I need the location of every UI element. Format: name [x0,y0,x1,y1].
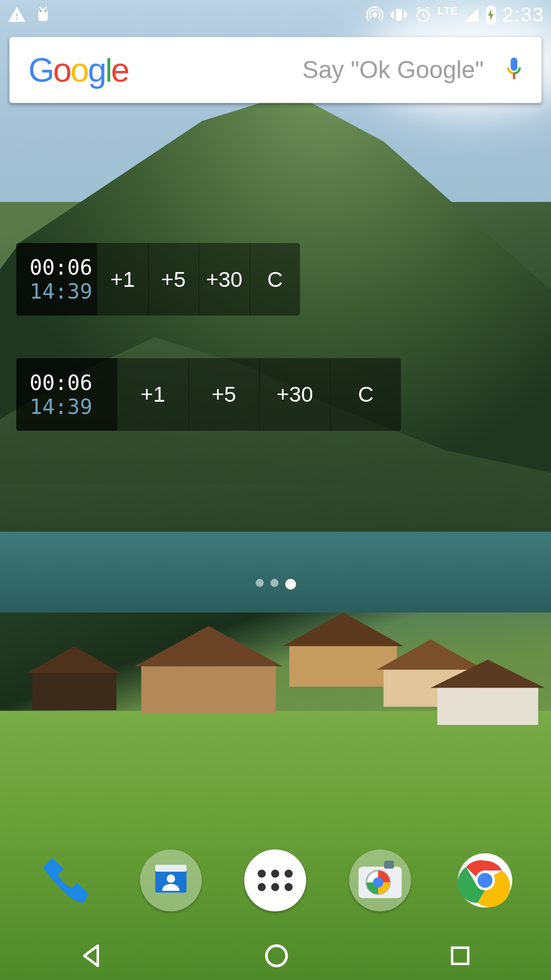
home-icon [263,942,290,969]
timer-plus-1-button[interactable]: +1 [117,358,188,431]
camera-icon [357,860,404,900]
signal-icon [463,7,480,23]
timer-plus-5-button[interactable]: +5 [188,358,259,431]
svg-rect-3 [396,9,402,21]
home-screen[interactable]: LTE 2:33 Google Say "Ok Google" 00:06 14… [0,0,551,980]
voice-search-button[interactable] [504,56,524,84]
hotspot-icon [366,6,384,23]
contacts-icon [150,860,192,901]
back-icon [79,942,106,969]
back-button[interactable] [79,942,106,969]
contacts-app[interactable] [140,849,202,911]
page-dot-1[interactable] [255,579,263,587]
timer-clock: 14:39 [30,395,104,419]
status-bar[interactable]: LTE 2:33 [0,0,551,30]
home-button[interactable] [263,942,290,969]
timer-clear-button[interactable]: C [330,358,401,431]
chrome-icon [456,851,515,910]
phone-icon [39,853,92,907]
svg-point-17 [267,946,287,966]
navigation-bar [0,932,551,980]
timer-elapsed: 00:06 [30,370,104,394]
android-debug-icon [34,6,53,24]
page-dot-2[interactable] [270,579,278,587]
status-time: 2:33 [503,4,544,27]
timer-plus-1-button[interactable]: +1 [97,243,148,315]
timer-plus-30-button[interactable]: +30 [259,358,330,431]
recents-button[interactable] [448,944,472,968]
timer-display[interactable]: 00:06 14:39 [16,243,97,315]
svg-rect-5 [511,58,517,71]
page-dot-3[interactable] [285,579,295,590]
network-type-label: LTE [438,5,458,16]
timer-widget-1[interactable]: 00:06 14:39 +1 +5 +30 C [16,243,300,315]
battery-charging-icon [485,6,497,24]
timer-plus-5-button[interactable]: +5 [147,243,198,315]
google-logo: Google [28,51,128,89]
timer-plus-30-button[interactable]: +30 [198,243,249,315]
google-search-widget[interactable]: Google Say "Ok Google" [9,37,541,103]
wallpaper-village [0,572,551,747]
timer-elapsed: 00:06 [30,255,83,279]
search-hint: Say "Ok Google" [129,56,504,84]
svg-point-2 [373,13,377,16]
warning-icon [7,6,27,24]
svg-rect-11 [384,861,394,868]
phone-app[interactable] [35,849,96,911]
svg-point-0 [40,10,42,12]
timer-display[interactable]: 00:06 14:39 [16,358,117,431]
camera-app[interactable] [349,849,411,911]
page-indicator[interactable] [0,579,551,590]
timer-widget-2[interactable]: 00:06 14:39 +1 +5 +30 C [16,358,401,431]
svg-point-13 [373,877,384,888]
svg-point-9 [166,874,174,883]
chrome-app[interactable] [454,849,516,911]
svg-rect-8 [155,865,186,872]
dock [0,834,551,928]
app-drawer-icon [258,870,293,891]
vibrate-icon [389,6,410,23]
timer-clear-button[interactable]: C [249,243,300,315]
app-drawer-button[interactable] [244,849,306,911]
timer-clock: 14:39 [30,279,83,303]
svg-rect-18 [452,948,468,964]
svg-point-1 [44,10,46,12]
recents-icon [448,944,472,968]
alarm-icon [415,6,432,23]
